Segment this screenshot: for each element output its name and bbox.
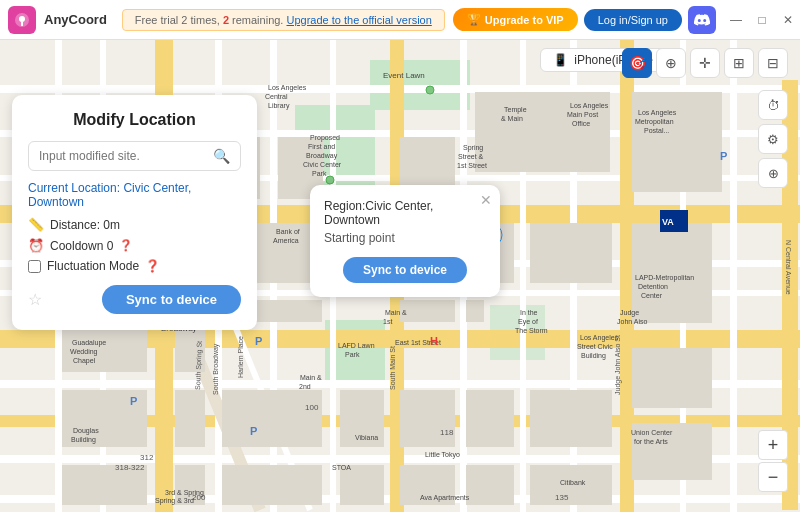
clock-icon: ⏰ <box>28 238 44 253</box>
svg-text:STOA: STOA <box>332 464 351 471</box>
svg-text:1st: 1st <box>383 318 392 325</box>
panel-title: Modify Location <box>28 111 241 129</box>
login-label: Log in/Sign up <box>598 14 668 26</box>
fluctuation-help-icon[interactable]: ❓ <box>145 259 160 273</box>
svg-rect-51 <box>466 300 484 322</box>
popup-close-button[interactable]: ✕ <box>480 193 492 207</box>
settings-button[interactable]: ⚙ <box>758 124 788 154</box>
svg-text:Broadway: Broadway <box>306 152 338 160</box>
svg-text:1st Street: 1st Street <box>457 162 487 169</box>
svg-rect-64 <box>340 465 384 505</box>
svg-rect-20 <box>620 40 634 512</box>
minimize-button[interactable]: — <box>724 6 748 34</box>
panel-footer: ☆ Sync to device <box>28 285 241 314</box>
timer-button[interactable]: ⏱ <box>758 90 788 120</box>
map[interactable]: 200 100 118 135 312 318-322 South Hill S… <box>0 40 800 512</box>
svg-rect-63 <box>222 465 322 505</box>
maximize-button[interactable]: □ <box>750 6 774 34</box>
svg-text:Office: Office <box>572 120 590 127</box>
side-toolbar: ⏱ ⚙ ⊕ <box>758 90 788 188</box>
map-toolbar: 🎯 ⊕ ✛ ⊞ ⊟ <box>622 48 788 78</box>
svg-text:Event Lawn: Event Lawn <box>383 71 425 80</box>
current-location[interactable]: Current Location: Civic Center, Downtown <box>28 181 241 209</box>
svg-text:In the: In the <box>520 309 538 316</box>
svg-text:Union Center: Union Center <box>631 429 673 436</box>
svg-text:LAFD Lawn: LAFD Lawn <box>338 342 375 349</box>
svg-rect-52 <box>632 348 712 408</box>
svg-text:Wedding: Wedding <box>70 348 98 356</box>
distance-row: 📏 Distance: 0m <box>28 217 241 232</box>
svg-text:John Aiso: John Aiso <box>617 318 647 325</box>
trial-link[interactable]: Upgrade to the official version <box>286 14 431 26</box>
close-button[interactable]: ✕ <box>776 6 800 34</box>
trial-remaining: remaining. <box>232 14 283 26</box>
svg-text:Judge John Aiso St: Judge John Aiso St <box>614 335 622 395</box>
upgrade-label: Upgrade to VIP <box>485 14 564 26</box>
svg-rect-59 <box>530 390 612 447</box>
svg-text:2nd: 2nd <box>299 383 311 390</box>
zoom-out-button[interactable]: − <box>758 462 788 492</box>
svg-text:Library: Library <box>268 102 290 110</box>
svg-text:Los Angeles: Los Angeles <box>268 84 307 92</box>
zoom-in-button[interactable]: + <box>758 430 788 460</box>
svg-rect-46 <box>632 223 712 323</box>
search-input[interactable] <box>39 149 213 163</box>
svg-text:Guadalupe: Guadalupe <box>72 339 106 347</box>
svg-point-90 <box>426 86 434 94</box>
svg-text:Park: Park <box>312 170 327 177</box>
svg-text:N Central Avenue: N Central Avenue <box>785 240 792 295</box>
upgrade-icon: 🏆 <box>467 13 481 26</box>
svg-rect-54 <box>175 390 205 447</box>
svg-text:Eye of: Eye of <box>518 318 538 326</box>
svg-rect-45 <box>530 223 612 283</box>
svg-text:Little Tokyo: Little Tokyo <box>425 451 460 459</box>
svg-text:Citibank: Citibank <box>560 479 586 486</box>
svg-text:Proposed: Proposed <box>310 134 340 142</box>
login-button[interactable]: Log in/Sign up <box>584 9 682 31</box>
titlebar: AnyCoord Free trial 2 times, 2 remaining… <box>0 0 800 40</box>
popup-region: Region:Civic Center, Downtown <box>324 199 486 227</box>
svg-rect-50 <box>400 300 455 322</box>
favorite-button[interactable]: ☆ <box>28 290 42 309</box>
app-icon <box>8 6 36 34</box>
svg-text:VA: VA <box>662 217 674 227</box>
rotate-tool-button[interactable]: ⊕ <box>656 48 686 78</box>
upgrade-button[interactable]: 🏆 Upgrade to VIP <box>453 8 578 31</box>
cooldown-label: Cooldown 0 <box>50 239 113 253</box>
popup-card: ✕ Region:Civic Center, Downtown Starting… <box>310 185 500 297</box>
sync-button[interactable]: Sync to device <box>102 285 241 314</box>
svg-rect-55 <box>222 390 322 447</box>
cooldown-help-icon[interactable]: ❓ <box>119 239 133 252</box>
svg-text:318-322: 318-322 <box>115 463 145 472</box>
fluctuation-checkbox[interactable] <box>28 260 41 273</box>
svg-text:Chapel: Chapel <box>73 357 96 365</box>
compass-tool-button[interactable]: ✛ <box>690 48 720 78</box>
window-controls: — □ ✕ <box>724 6 800 34</box>
svg-text:Main &: Main & <box>300 374 322 381</box>
svg-text:Temple: Temple <box>504 106 527 114</box>
svg-text:America: America <box>273 237 299 244</box>
ruler-icon: 📏 <box>28 217 44 232</box>
svg-point-1 <box>19 16 25 22</box>
svg-text:Harlem Place: Harlem Place <box>237 336 244 378</box>
discord-button[interactable] <box>688 6 716 34</box>
svg-text:& Main: & Main <box>501 115 523 122</box>
svg-text:Detention: Detention <box>638 283 668 290</box>
popup-sync-button[interactable]: Sync to device <box>343 257 467 283</box>
svg-text:LAPD-Metropolitan: LAPD-Metropolitan <box>635 274 694 282</box>
location-tool-button[interactable]: 🎯 <box>622 48 652 78</box>
search-icon[interactable]: 🔍 <box>213 148 230 164</box>
svg-text:Street Civic: Street Civic <box>577 343 613 350</box>
svg-text:The Storm: The Storm <box>515 327 548 334</box>
move-tool-button[interactable]: ⊞ <box>724 48 754 78</box>
left-panel: Modify Location 🔍 Current Location: Civi… <box>12 95 257 330</box>
svg-text:P: P <box>250 425 257 437</box>
add-circle-button[interactable]: ⊕ <box>758 158 788 188</box>
svg-text:Postal...: Postal... <box>644 127 669 134</box>
svg-text:3rd & Spring: 3rd & Spring <box>165 489 204 497</box>
svg-text:118: 118 <box>440 428 454 437</box>
svg-rect-30 <box>730 40 737 512</box>
svg-text:Spring & 3rd: Spring & 3rd <box>155 497 194 505</box>
export-tool-button[interactable]: ⊟ <box>758 48 788 78</box>
svg-text:Building: Building <box>581 352 606 360</box>
